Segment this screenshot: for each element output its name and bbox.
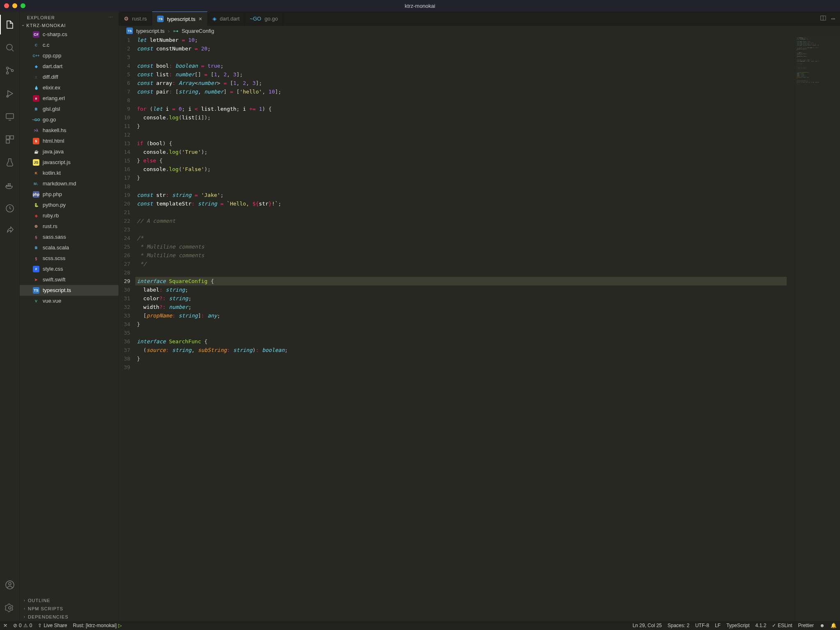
code-line[interactable]: [137, 96, 787, 105]
code-line[interactable]: const array: Array<number> = [1, 2, 3];: [137, 79, 787, 87]
file-item-typescript-ts[interactable]: TStypescript.ts: [20, 285, 119, 296]
activity-extensions-icon[interactable]: [0, 130, 20, 149]
section-dependencies[interactable]: ›DEPENDENCIES: [20, 613, 119, 621]
code-line[interactable]: const templateStr: string = `Hello, ${st…: [137, 199, 787, 208]
status-eol[interactable]: LF: [715, 623, 721, 628]
file-item-scss-scss[interactable]: §scss.scss: [20, 253, 119, 264]
line-number[interactable]: 25: [124, 242, 130, 251]
line-number[interactable]: 3: [124, 53, 130, 62]
line-number[interactable]: 36: [124, 337, 130, 346]
section-outline[interactable]: ›OUTLINE: [20, 596, 119, 605]
code-line[interactable]: * Multiline comments: [137, 251, 787, 260]
sidebar-more-icon[interactable]: ⋯: [108, 15, 114, 20]
code-line[interactable]: [137, 182, 787, 191]
file-item-erlang-erl[interactable]: eerlang.erl: [20, 93, 119, 104]
line-number[interactable]: 22: [124, 217, 130, 225]
file-item-dart-dart[interactable]: ◈dart.dart: [20, 61, 119, 72]
line-number[interactable]: 39: [124, 363, 130, 372]
code-line[interactable]: [137, 208, 787, 217]
file-item-html-html[interactable]: 5html.html: [20, 136, 119, 146]
file-item-cpp-cpp[interactable]: C++cpp.cpp: [20, 50, 119, 61]
code-line[interactable]: width?: number;: [137, 303, 787, 311]
code-line[interactable]: [137, 329, 787, 337]
line-number[interactable]: 7: [124, 87, 130, 96]
status-bell-icon[interactable]: 🔔: [831, 623, 837, 628]
line-number[interactable]: 31: [124, 294, 130, 303]
line-number[interactable]: 8: [124, 96, 130, 105]
code-line[interactable]: // A comment: [137, 217, 787, 225]
code-line[interactable]: (source: string, subString: string): boo…: [137, 346, 787, 354]
close-icon[interactable]: ×: [199, 16, 202, 22]
file-item-markdown-md[interactable]: M↓markdown.md: [20, 178, 119, 189]
code-line[interactable]: interface SearchFunc {: [137, 337, 787, 346]
line-number[interactable]: 1: [124, 36, 130, 44]
code-line[interactable]: [137, 225, 787, 234]
file-item-haskell-hs[interactable]: >λhaskell.hs: [20, 125, 119, 136]
code-line[interactable]: console.log('True');: [137, 148, 787, 156]
tab-typescript-ts[interactable]: TStypescript.ts×: [152, 11, 208, 26]
status-encoding[interactable]: UTF-8: [695, 623, 709, 628]
line-number[interactable]: 23: [124, 225, 130, 234]
status-indent[interactable]: Spaces: 2: [668, 623, 689, 628]
more-actions-icon[interactable]: ⋯: [831, 15, 835, 23]
split-editor-icon[interactable]: [820, 15, 826, 23]
line-number[interactable]: 17: [124, 173, 130, 182]
line-number[interactable]: 38: [124, 354, 130, 363]
file-item-python-py[interactable]: 🐍python.py: [20, 200, 119, 210]
window-maximize-button[interactable]: [21, 3, 25, 8]
activity-run-debug-icon[interactable]: [0, 84, 20, 103]
line-number[interactable]: 9: [124, 105, 130, 113]
code-line[interactable]: [137, 53, 787, 62]
tab-go-go[interactable]: ~GOgo.go: [245, 11, 283, 26]
file-item-kotlin-kt[interactable]: Kkotlin.kt: [20, 168, 119, 178]
code-line[interactable]: [propName: string]: any;: [137, 311, 787, 320]
line-number[interactable]: 32: [124, 303, 130, 311]
activity-docker-icon[interactable]: [0, 176, 20, 195]
status-language[interactable]: TypeScript: [726, 623, 750, 628]
code-line[interactable]: } else {: [137, 156, 787, 165]
file-item-scala-scala[interactable]: 🗎scala.scala: [20, 242, 119, 253]
file-item-style-css[interactable]: #style.css: [20, 264, 119, 274]
file-item-java-java[interactable]: ☕java.java: [20, 146, 119, 157]
code-line[interactable]: const pair: [string, number] = ['hello',…: [137, 87, 787, 96]
code-line[interactable]: }: [137, 354, 787, 363]
line-number[interactable]: 15: [124, 156, 130, 165]
file-item-php-php[interactable]: phpphp.php: [20, 189, 119, 200]
line-number[interactable]: 2: [124, 44, 130, 53]
code-editor[interactable]: 1234567891011121314151617181920212223242…: [119, 36, 795, 621]
code-line[interactable]: }: [137, 320, 787, 329]
line-number[interactable]: 29: [124, 277, 130, 285]
status-ts-version[interactable]: 4.1.2: [756, 623, 767, 628]
status-prettier[interactable]: Prettier: [798, 623, 814, 628]
line-number[interactable]: 19: [124, 191, 130, 199]
code-line[interactable]: color?: string;: [137, 294, 787, 303]
line-number[interactable]: 5: [124, 70, 130, 79]
file-item-javascript-js[interactable]: JSjavascript.js: [20, 157, 119, 168]
line-number[interactable]: 26: [124, 251, 130, 260]
window-minimize-button[interactable]: [12, 3, 17, 8]
code-line[interactable]: let letNumber = 10;: [137, 36, 787, 44]
status-errors[interactable]: ⊘ 0 ⚠ 0: [13, 623, 32, 628]
code-line[interactable]: if (bool) {: [137, 139, 787, 148]
code-line[interactable]: [137, 363, 787, 372]
line-number[interactable]: 21: [124, 208, 130, 217]
status-rust[interactable]: Rust: [ktrz-monokai] ▷: [73, 623, 122, 628]
file-item-c-c[interactable]: Cc.c: [20, 40, 119, 50]
file-item-elixir-ex[interactable]: 💧elixir.ex: [20, 82, 119, 93]
file-item-glsl-glsl[interactable]: 🗎glsl.glsl: [20, 104, 119, 114]
line-number[interactable]: 34: [124, 320, 130, 329]
code-line[interactable]: label: string;: [137, 285, 787, 294]
file-item-diff-diff[interactable]: ±diff.diff: [20, 72, 119, 82]
code-line[interactable]: [137, 268, 787, 277]
line-number[interactable]: 16: [124, 165, 130, 173]
code-line[interactable]: * Multiline comments: [137, 242, 787, 251]
code-line[interactable]: [137, 130, 787, 139]
file-item-swift-swift[interactable]: ➤swift.swift: [20, 274, 119, 285]
line-number[interactable]: 11: [124, 122, 130, 130]
project-root[interactable]: › KTRZ-MONOKAI: [20, 22, 119, 29]
activity-circle-icon[interactable]: [0, 199, 20, 218]
activity-explorer-icon[interactable]: [0, 15, 20, 34]
line-number[interactable]: 13: [124, 139, 130, 148]
section-npm-scripts[interactable]: ›NPM SCRIPTS: [20, 605, 119, 613]
code-line[interactable]: /*: [137, 234, 787, 242]
